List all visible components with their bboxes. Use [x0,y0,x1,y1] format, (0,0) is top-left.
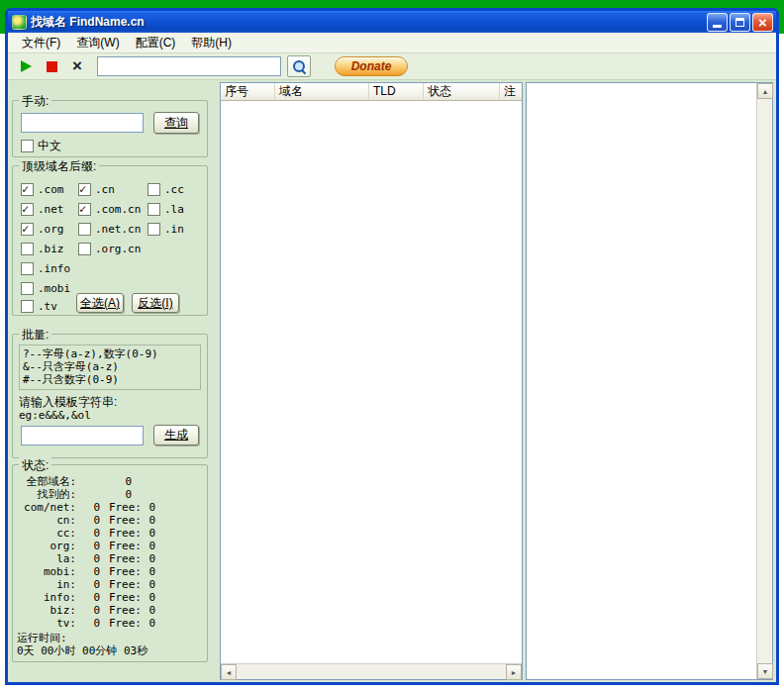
status-row: org:0Free:0 [17,540,203,552]
start-button[interactable] [16,56,36,76]
column-header-domain[interactable]: 域名 [275,83,369,101]
menu-query[interactable]: 查询(W) [68,33,127,53]
horizontal-scroll-track[interactable] [237,664,506,679]
manual-domain-input[interactable] [21,113,144,133]
tld-item[interactable]: .in [147,222,184,236]
manual-group: 手动: 查询 中文 [12,100,208,157]
tld-item[interactable]: .cc [147,182,184,196]
tld-item[interactable]: .info [21,261,70,275]
manual-group-title: 手动: [19,93,51,110]
menu-config[interactable]: 配置(C) [128,33,184,53]
tld-item[interactable]: .net [21,202,64,216]
play-icon [21,60,32,72]
tld-checkbox[interactable] [21,183,34,196]
tld-checkbox[interactable] [147,203,160,216]
menu-help[interactable]: 帮助(H) [183,33,240,53]
vertical-scrollbar[interactable]: ▲ ▼ [756,83,772,679]
status-group-title: 状态: [19,457,51,474]
tld-item[interactable]: .com.cn [78,202,141,216]
runtime-value: 0天 00小时 00分钟 03秒 [17,644,203,657]
column-header-index[interactable]: 序号 [221,83,275,101]
titlebar[interactable]: 找域名 FindName.cn × [8,11,776,33]
window-title: 找域名 FindName.cn [31,14,707,31]
select-all-button[interactable]: 全选(A) [76,293,124,313]
tld-item[interactable]: .com [21,182,64,196]
toolbar: × Donate [8,53,776,80]
main-content: 手动: 查询 中文 顶级域名后缀: .com .cn .cc .net [8,80,776,682]
close-button[interactable]: × [752,13,773,32]
tld-item[interactable]: .cn [78,182,115,196]
scroll-right-button[interactable]: ► [506,664,522,680]
minimize-button[interactable] [707,13,728,32]
tld-label: .info [38,262,70,275]
tld-item[interactable]: .org [21,222,64,236]
status-row: 全部域名:0 [17,475,203,488]
arrow-right-icon: ► [511,669,518,676]
tld-label: .net [38,203,64,216]
close-icon: × [758,15,767,30]
tld-checkbox[interactable] [78,183,91,196]
arrow-left-icon: ◄ [226,669,233,676]
tld-item[interactable]: .la [147,202,184,216]
batch-help-line: #--只含数字(0-9) [23,373,197,386]
tld-checkbox[interactable] [78,243,91,255]
scroll-down-button[interactable]: ▼ [757,663,773,679]
tld-checkbox[interactable] [78,203,91,216]
tld-checkbox[interactable] [147,183,160,196]
status-row: 找到的:0 [17,488,203,501]
tld-label: .org [38,223,64,236]
batch-help-box: ?--字母(a-z),数字(0-9) &--只含字母(a-z) #--只含数字(… [19,345,201,390]
status-row: mobi:0Free:0 [17,565,203,578]
chinese-checkbox[interactable] [21,140,34,152]
tld-label: .com [38,183,64,196]
status-row: info:0Free:0 [17,591,203,604]
batch-group: 批量: ?--字母(a-z),数字(0-9) &--只含字母(a-z) #--只… [12,334,208,458]
tld-checkbox[interactable] [21,300,34,313]
menu-file[interactable]: 文件(F) [14,33,68,53]
app-window: 找域名 FindName.cn × 文件(F) 查询(W) 配置(C) 帮助(H… [5,8,779,685]
chinese-checkbox-item[interactable]: 中文 [21,139,61,152]
tld-checkbox[interactable] [21,282,34,295]
batch-help-line: ?--字母(a-z),数字(0-9) [23,347,197,360]
horizontal-scrollbar[interactable]: ◄ ► [221,663,522,679]
clear-icon: × [72,58,82,74]
manual-query-button[interactable]: 查询 [153,112,199,134]
tld-item[interactable]: .biz [21,242,64,255]
tld-label: .biz [38,243,64,255]
generate-button[interactable]: 生成 [153,425,199,445]
arrow-down-icon: ▼ [762,668,769,675]
vertical-scroll-track[interactable] [757,99,772,663]
scroll-up-button[interactable]: ▲ [757,83,773,99]
status-row: biz:0Free:0 [17,604,203,617]
column-header-tld[interactable]: TLD [369,83,424,101]
search-button[interactable] [287,55,311,77]
maximize-button[interactable] [730,13,750,32]
tld-item[interactable]: .org.cn [78,242,141,255]
stop-button[interactable] [42,56,61,76]
tld-checkbox[interactable] [21,262,34,275]
tld-checkbox[interactable] [147,223,160,236]
donate-button[interactable]: Donate [335,56,408,76]
column-header-status[interactable]: 状态 [424,83,500,101]
tld-label: .cc [164,183,184,196]
batch-template-input[interactable] [21,426,144,445]
scroll-left-button[interactable]: ◄ [221,664,237,680]
tld-item[interactable]: .net.cn [78,222,141,236]
tld-item[interactable]: .mobi [21,281,70,295]
tld-item[interactable]: .tv [21,299,57,313]
tld-label: .in [164,223,184,236]
column-header-register[interactable]: 注 [500,83,522,101]
tld-group-title: 顶级域名后缀: [19,158,99,175]
runtime-label: 运行时间: [17,632,203,644]
tld-checkbox[interactable] [21,223,34,236]
arrow-up-icon: ▲ [762,88,769,95]
status-row: cn:0Free:0 [17,514,203,527]
tld-checkbox[interactable] [78,223,91,236]
tld-checkbox[interactable] [21,243,34,255]
invert-selection-button[interactable]: 反选(I) [132,293,179,313]
minimize-icon [713,25,722,28]
status-row: la:0Free:0 [17,552,203,565]
toolbar-domain-input[interactable] [97,56,281,76]
clear-button[interactable]: × [67,56,87,76]
tld-checkbox[interactable] [21,203,34,216]
